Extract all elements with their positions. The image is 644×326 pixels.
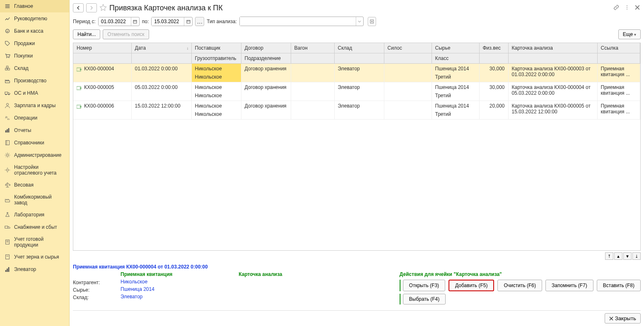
column-subheader[interactable] (334, 53, 384, 64)
sidebar-item-label: Руководителю (14, 16, 47, 22)
nav-forward-button[interactable] (86, 3, 97, 12)
sidebar-item-flask[interactable]: Лаборатория (0, 209, 69, 221)
find-button[interactable]: Найти... (73, 29, 100, 39)
sidebar-item-gear2[interactable]: Настройки отраслевого учета (0, 161, 69, 179)
sidebar-item-doc[interactable]: Учет готовой продукции (0, 233, 69, 251)
column-header[interactable]: Дата↓ (131, 43, 191, 53)
period-dots-button[interactable]: … (195, 17, 204, 26)
table-row[interactable]: КХ00-00000401.03.2022 0:00:00НикольскоеН… (73, 64, 640, 82)
close-button[interactable]: Закрыть (605, 313, 641, 324)
column-header[interactable]: Ссылка (597, 43, 640, 53)
sidebar-item-cart[interactable]: Покупки (0, 50, 69, 62)
column-header[interactable]: Договор (241, 43, 291, 53)
table-row[interactable]: КХ00-00000615.03.2022 12:00:00Никольское… (73, 101, 640, 120)
svg-point-10 (6, 103, 8, 105)
close-icon[interactable] (634, 4, 641, 12)
more-vertical-icon[interactable] (623, 4, 631, 12)
receipt-header: Приемная квитанция (121, 271, 172, 278)
svg-rect-24 (6, 255, 10, 259)
add-button[interactable]: Добавить (F5) (449, 280, 494, 291)
nav-back-button[interactable] (73, 3, 84, 12)
link-icon[interactable] (613, 4, 620, 12)
column-header[interactable]: Номер (73, 43, 131, 53)
svg-rect-20 (5, 226, 8, 228)
sidebar-item-elevator[interactable]: Элеватор (0, 263, 69, 276)
table-pager: ⤒ ▲ ▼ ⤓ (73, 251, 641, 261)
column-header[interactable]: Поставщик (191, 43, 241, 53)
sidebar-item-ops[interactable]: ДтКтОперации (0, 112, 69, 124)
column-subheader[interactable]: Класс (432, 53, 479, 64)
sidebar-item-chart[interactable]: Отчеты (0, 124, 69, 137)
sidebar-item-truck2[interactable]: Снабжение и сбыт (0, 221, 69, 233)
coin-icon: ₽ (4, 28, 11, 34)
open-button[interactable]: Открыть (F3) (403, 280, 445, 291)
paste-button[interactable]: Вставить (F8) (597, 280, 641, 291)
svg-rect-27 (7, 268, 8, 272)
table-row[interactable]: КХ00-00000505.03.2022 0:00:00НикольскоеН… (73, 82, 640, 101)
sidebar-item-tag[interactable]: Продажи (0, 37, 69, 50)
column-subheader[interactable] (291, 53, 334, 64)
column-subheader[interactable] (73, 53, 131, 64)
date-to-input[interactable] (152, 17, 184, 26)
sidebar-item-gear[interactable]: Администрирование (0, 149, 69, 161)
pager-first-button[interactable]: ⤒ (605, 252, 613, 260)
sidebar-item-label: Снабжение и сбыт (14, 224, 57, 230)
date-from-input[interactable] (99, 17, 131, 26)
select-button[interactable]: Выбрать (F4) (403, 294, 446, 304)
clear-button[interactable]: Очистить (F6) (497, 280, 542, 291)
svg-rect-32 (133, 20, 137, 23)
contragent-value[interactable]: Никольское (121, 279, 147, 285)
sidebar-item-person[interactable]: Зарплата и кадры (0, 99, 69, 112)
sidebar-item-doc2[interactable]: Учет зерна и сырья (0, 251, 69, 263)
sidebar-item-factory2[interactable]: Комбикормовый завод (0, 191, 69, 209)
column-subheader[interactable] (508, 53, 597, 64)
svg-rect-4 (5, 68, 7, 70)
pager-last-button[interactable]: ⤓ (632, 252, 641, 260)
sidebar-item-coin[interactable]: ₽Банк и касса (0, 25, 69, 37)
column-header[interactable]: Физ.вес (479, 43, 508, 53)
svg-rect-14 (7, 129, 8, 132)
sidebar-item-book[interactable]: Справочники (0, 137, 69, 149)
favorite-star-icon[interactable] (99, 4, 107, 12)
column-subheader[interactable] (597, 53, 640, 64)
column-header[interactable]: Сырье (432, 43, 479, 53)
column-subheader[interactable] (131, 53, 191, 64)
sidebar-item-trend[interactable]: Руководителю (0, 12, 69, 25)
type-input[interactable] (240, 17, 356, 26)
sidebar-item-menu[interactable]: Главное (0, 0, 69, 12)
svg-rect-7 (5, 92, 8, 94)
sidebar-item-factory[interactable]: Производство (0, 74, 69, 87)
period-from-label: Период с: (73, 19, 96, 24)
column-header[interactable]: Силос (384, 43, 432, 53)
svg-rect-15 (8, 128, 10, 133)
column-subheader[interactable] (384, 53, 432, 64)
pager-up-button[interactable]: ▲ (614, 252, 622, 260)
warehouse-value[interactable]: Элеватор (121, 294, 142, 300)
column-header[interactable]: Склад (334, 43, 384, 53)
sidebar-item-label: Склад (14, 65, 29, 71)
column-header[interactable]: Вагон (291, 43, 334, 53)
remember-button[interactable]: Запомнить (F7) (545, 280, 593, 291)
svg-point-8 (5, 94, 7, 95)
pager-down-button[interactable]: ▼ (623, 252, 632, 260)
date-from-calendar-icon[interactable] (131, 17, 139, 26)
person-icon (4, 102, 11, 109)
type-expand-button[interactable] (368, 17, 376, 26)
type-dropdown-icon[interactable] (356, 17, 363, 26)
column-subheader[interactable]: Подразделение (241, 53, 291, 64)
sidebar-item-boxes[interactable]: Склад (0, 62, 69, 74)
factory2-icon (4, 197, 11, 203)
sidebar-item-scale[interactable]: Весовая (0, 179, 69, 191)
sidebar-item-label: Учет зерна и сырья (14, 254, 59, 260)
raw-value[interactable]: Пшеница 2014 (121, 286, 154, 292)
date-to-wrap (151, 17, 193, 26)
sidebar-item-truck[interactable]: ОС и НМА (0, 87, 69, 99)
document-link[interactable]: Приемная квитанция КХ00-000004 от 01.03.… (73, 264, 641, 270)
column-subheader[interactable] (479, 53, 508, 64)
date-to-calendar-icon[interactable] (184, 17, 192, 26)
svg-rect-26 (5, 270, 7, 272)
column-header[interactable]: Карточка анализа (508, 43, 597, 53)
column-subheader[interactable]: Грузоотправитель (191, 53, 241, 64)
sidebar-item-label: ОС и НМА (14, 90, 38, 96)
more-button[interactable]: Еще (618, 29, 641, 39)
